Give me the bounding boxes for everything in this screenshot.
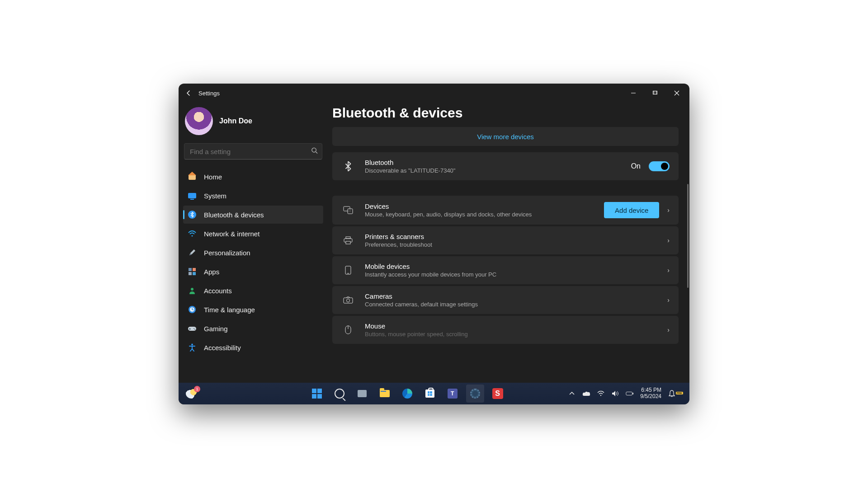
svg-point-5 [192,235,193,237]
svg-point-6 [191,288,193,291]
cameras-card[interactable]: Cameras Connected cameras, default image… [332,286,679,314]
svg-point-16 [350,210,350,210]
settings-window: Settings John Doe Home [179,84,689,404]
svg-point-3 [312,148,316,152]
section-title: Mouse [365,322,468,330]
sidebar-item-label: Bluetooth & devices [204,211,264,219]
phone-icon [341,266,355,275]
svg-point-25 [347,299,350,302]
edge-browser[interactable] [398,385,416,403]
svg-line-4 [316,152,317,154]
snagit[interactable]: S [489,385,507,403]
section-subtitle: Mouse, keyboard, pen, audio, displays an… [365,211,532,218]
titlebar: Settings [179,84,689,103]
sidebar-item-personalization[interactable]: Personalization [183,244,323,262]
sidebar-item-label: Personalization [204,249,250,257]
scrollbar[interactable] [687,184,689,288]
minimize-button[interactable] [623,84,644,103]
sidebar-item-gaming[interactable]: Gaming [183,319,323,338]
section-title: Devices [365,202,532,210]
search-box[interactable] [184,143,322,160]
section-subtitle: Connected cameras, default image setting… [365,301,478,308]
paintbrush-icon [188,248,197,257]
notifications-icon[interactable] [668,390,676,397]
svg-rect-29 [626,392,632,395]
sidebar-nav: Home System Bluetooth & devices Net [183,168,323,357]
wifi-tray-icon[interactable] [597,391,605,396]
clock[interactable]: 6:45 PM 9/5/2024 [640,387,661,400]
bluetooth-icon [341,161,355,171]
tray-chevron-up-icon[interactable] [568,392,576,395]
section-subtitle: Instantly access your mobile devices fro… [365,271,496,278]
page-title: Bluetooth & devices [332,105,679,121]
microsoft-teams[interactable]: T [443,385,462,403]
sidebar: John Doe Home System [179,103,328,383]
sidebar-item-home[interactable]: Home [183,168,323,186]
file-explorer[interactable] [376,385,394,403]
sidebar-item-system[interactable]: System [183,187,323,205]
task-view[interactable] [353,385,371,403]
onedrive-icon[interactable] [582,391,590,396]
view-more-devices-link[interactable]: View more devices [477,133,534,141]
section-title: Printers & scanners [365,233,432,240]
svg-rect-2 [654,91,657,94]
clock-globe-icon [188,305,197,314]
section-subtitle: Buttons, mouse pointer speed, scrolling [365,331,468,338]
close-button[interactable] [666,84,688,103]
back-button[interactable] [180,84,197,103]
svg-rect-30 [633,393,634,394]
sidebar-item-accounts[interactable]: Accounts [183,282,323,300]
svg-point-12 [191,344,193,346]
svg-rect-24 [344,298,353,303]
devices-card[interactable]: Devices Mouse, keyboard, pen, audio, dis… [332,196,679,225]
bluetooth-icon [188,210,197,219]
chevron-right-icon: › [667,326,670,333]
time: 6:45 PM [641,387,661,394]
mouse-card[interactable]: Mouse Buttons, mouse pointer speed, scro… [332,316,679,344]
add-device-button[interactable]: Add device [604,202,659,218]
sidebar-item-label: System [204,192,226,200]
bluetooth-subtitle: Discoverable as "LATITUDE-7340" [365,167,455,174]
chevron-right-icon: › [667,237,670,244]
maximize-button[interactable] [644,84,666,103]
svg-rect-22 [345,266,351,274]
svg-point-11 [194,329,195,330]
settings-taskbar[interactable] [466,385,484,403]
printer-icon [341,236,355,244]
home-icon [188,172,197,181]
svg-point-15 [349,210,349,210]
username: John Doe [219,117,252,125]
chevron-right-icon: › [667,206,670,214]
accessibility-icon [188,343,197,352]
sidebar-item-time-language[interactable]: Time & language [183,300,323,319]
printers-card[interactable]: Printers & scanners Preferences, trouble… [332,226,679,254]
sidebar-item-network[interactable]: Network & internet [183,225,323,243]
start-button[interactable] [308,385,326,403]
view-more-devices-card[interactable]: View more devices [332,127,679,146]
svg-point-10 [193,328,194,329]
microsoft-store[interactable] [421,385,439,403]
battery-icon[interactable] [626,391,634,396]
app-title: Settings [198,90,220,97]
sidebar-item-accessibility[interactable]: Accessibility [183,338,323,357]
sidebar-item-label: Network & internet [204,230,259,238]
sidebar-item-label: Accounts [204,287,232,295]
sidebar-item-label: Home [204,173,222,181]
bluetooth-toggle[interactable] [649,161,670,171]
search-input[interactable] [184,143,322,160]
section-title: Cameras [365,292,478,300]
sidebar-item-bluetooth-devices[interactable]: Bluetooth & devices [183,206,323,224]
svg-rect-19 [346,237,350,239]
volume-icon[interactable] [611,390,619,397]
avatar [185,107,213,135]
search-icon [311,147,318,156]
mobile-devices-card[interactable]: Mobile devices Instantly access your mob… [332,256,679,284]
taskbar-search[interactable] [330,385,349,403]
svg-point-18 [350,211,350,211]
sidebar-item-apps[interactable]: Apps [183,263,323,281]
svg-point-17 [349,211,349,211]
profile[interactable]: John Doe [183,104,323,143]
weather-widget[interactable] [186,389,198,399]
svg-point-28 [600,395,601,396]
svg-rect-21 [346,241,350,244]
